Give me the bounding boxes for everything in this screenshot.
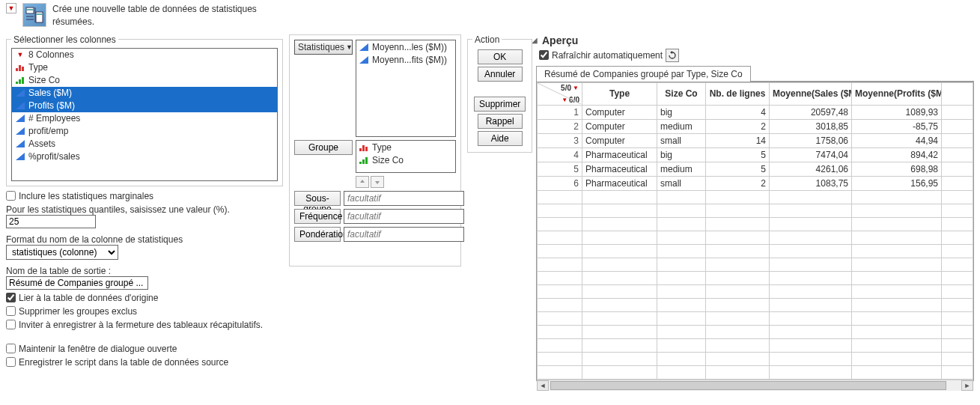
preview-tab[interactable]: Résumé de Companies groupé par Type, Siz… (536, 66, 751, 82)
cancel-button[interactable]: Annuler (478, 67, 523, 82)
subgroup-button[interactable]: Sous-groupe (294, 191, 341, 206)
refresh-button[interactable] (666, 49, 679, 62)
col-header-meansales[interactable]: Moyenne(Sales ($M)) (770, 82, 852, 105)
cell-type: Pharmaceutical (582, 147, 657, 162)
diagonal-icon (538, 83, 581, 104)
frequency-input[interactable] (344, 209, 464, 224)
row-number: 2 (538, 119, 582, 133)
svg-rect-10 (359, 148, 362, 151)
recall-button[interactable]: Rappel (478, 114, 523, 129)
keep-open-checkbox[interactable] (6, 344, 16, 353)
column-list-item[interactable]: %profit/sales (12, 150, 277, 163)
format-select[interactable]: statistiques (colonne) (6, 245, 118, 260)
column-name: Type (28, 62, 48, 73)
column-list-item[interactable]: Type (12, 61, 277, 74)
table-row[interactable]: 5Pharmaceuticalmedium54261,06698,98 (538, 162, 973, 176)
modeling-type-icon (359, 143, 369, 152)
column-list-item[interactable]: Size Co (12, 74, 277, 87)
table-row[interactable]: 1Computerbig420597,481089,93 (538, 105, 973, 119)
table-row[interactable]: 6Pharmaceuticalsmall21083,75156,95 (538, 176, 973, 190)
stats-role-item[interactable]: Moyenn...fits ($M)) (357, 54, 454, 67)
column-list-item[interactable]: # Employees (12, 112, 277, 125)
column-list-item[interactable]: Assets (12, 138, 277, 150)
subgroup-input[interactable] (344, 191, 464, 206)
output-name-input[interactable] (6, 276, 148, 290)
col-header-nrows[interactable]: Nb. de lignes (706, 82, 770, 105)
col-header-sizeco[interactable]: Size Co (657, 82, 706, 105)
help-button[interactable]: Aide (478, 131, 523, 146)
modeling-type-icon (359, 55, 369, 64)
scroll-left-icon[interactable]: ◄ (537, 380, 549, 391)
move-up-button[interactable] (356, 176, 369, 188)
cell-sizeco: big (657, 105, 706, 119)
roles-panel: Statistiques ▼ Moyenn...les ($M))Moyenn.… (289, 34, 461, 267)
column-list-item[interactable]: profit/emp (12, 125, 277, 138)
modeling-type-icon (15, 152, 25, 161)
table-row-empty (538, 311, 973, 325)
quantile-input[interactable] (6, 215, 96, 228)
suppress-excluded-checkbox[interactable] (6, 306, 16, 316)
svg-rect-9 (22, 77, 24, 84)
horizontal-scrollbar[interactable]: ◄ ► (537, 380, 973, 391)
table-row-empty (538, 338, 973, 352)
cell-nrows: 4 (706, 105, 770, 119)
auto-refresh-checkbox[interactable] (539, 50, 549, 60)
column-list-item[interactable]: Sales ($M) (12, 87, 277, 100)
table-row[interactable]: 3Computersmall141758,0644,94 (538, 133, 973, 147)
col-header-meanprofits[interactable]: Moyenne(Profits ($M)) (852, 82, 942, 105)
group-role-list[interactable]: TypeSize Co (356, 140, 456, 173)
svg-rect-8 (19, 79, 21, 84)
stats-role-item[interactable]: Moyenn...les ($M)) (357, 41, 454, 54)
modeling-type-icon (15, 101, 25, 110)
group-role-item[interactable]: Type (357, 141, 454, 154)
table-row-empty (538, 244, 973, 258)
statistics-role-list[interactable]: Moyenn...les ($M))Moyenn...fits ($M)) (356, 40, 456, 137)
statistics-combo-button[interactable]: Statistiques ▼ (294, 40, 353, 55)
table-row[interactable]: 4Pharmaceuticalbig57474,04894,42 (538, 147, 973, 162)
select-columns-legend: Sélectionner les colonnes (11, 34, 118, 45)
marginal-stats-checkbox[interactable] (6, 191, 16, 201)
modeling-type-icon (359, 43, 369, 52)
move-down-button[interactable] (371, 176, 384, 188)
svg-rect-6 (22, 67, 24, 71)
weight-input[interactable] (344, 227, 464, 242)
cell-empty (942, 162, 973, 176)
columns-disclosure-icon[interactable]: ▼ (15, 49, 25, 60)
scroll-right-icon[interactable]: ► (961, 380, 973, 391)
svg-rect-4 (16, 68, 18, 71)
table-row-empty (538, 204, 973, 217)
remove-button[interactable]: Supprimer (474, 97, 526, 112)
row-number: 4 (538, 147, 582, 162)
select-columns-fieldset: Sélectionner les colonnes ▼ 8 Colonnes T… (6, 34, 283, 186)
cell-type: Pharmaceutical (582, 162, 657, 176)
cell-nrows: 5 (706, 147, 770, 162)
table-row-empty (538, 258, 973, 271)
grid-corner[interactable]: 5/0▼ ▼6/0 (538, 82, 582, 105)
cell-meanprofits: 894,42 (852, 147, 942, 162)
link-origin-checkbox[interactable] (6, 293, 16, 302)
table-row[interactable]: 2Computermedium23018,85-85,75 (538, 119, 973, 133)
group-button[interactable]: Groupe (294, 140, 353, 155)
save-script-checkbox[interactable] (6, 357, 16, 367)
weight-button[interactable]: Pondération (294, 227, 341, 242)
column-name: Size Co (28, 75, 60, 85)
ok-button[interactable]: OK (478, 49, 523, 64)
group-role-item[interactable]: Size Co (357, 154, 454, 167)
frequency-button[interactable]: Fréquence (294, 209, 341, 224)
column-name: Profits ($M) (28, 100, 75, 111)
group-item-label: Type (372, 142, 392, 153)
svg-rect-3 (36, 13, 43, 15)
cell-meansales: 3018,85 (770, 119, 852, 133)
suppress-excluded-label: Supprimer les groupes exclus (19, 306, 137, 317)
col-header-type[interactable]: Type (582, 82, 657, 105)
cell-meanprofits: 44,94 (852, 133, 942, 147)
svg-line-16 (538, 83, 581, 104)
cell-empty (942, 147, 973, 162)
column-list-item[interactable]: Profits ($M) (12, 100, 277, 112)
prompt-save-checkbox[interactable] (6, 320, 16, 329)
columns-listbox[interactable]: ▼ 8 Colonnes TypeSize CoSales ($M)Profit… (11, 48, 278, 181)
disclosure-top-icon[interactable]: ▼ (6, 3, 16, 13)
svg-rect-5 (19, 65, 21, 71)
output-name-label: Nom de la table de sortie : (6, 266, 283, 276)
table-row-empty (538, 190, 973, 204)
